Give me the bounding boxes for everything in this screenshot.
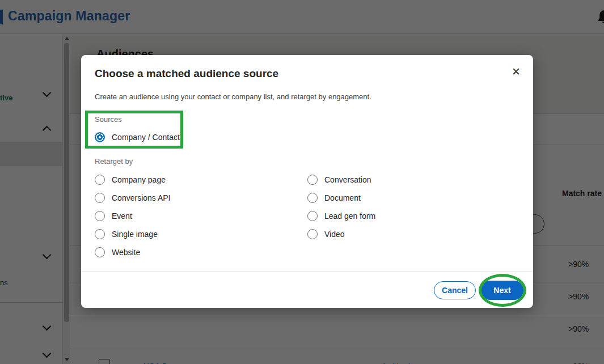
radio-option-video[interactable]: Video (307, 229, 345, 239)
radio-label: Video (324, 230, 345, 239)
radio-label: Lead gen form (324, 211, 375, 221)
modal-description: Create an audience using your contact or… (95, 92, 371, 101)
retarget-group-label: Retarget by (95, 157, 133, 166)
radio-option-company-contact[interactable]: Company / Contact (95, 132, 180, 142)
matched-audience-source-modal: Choose a matched audience source ✕ Creat… (81, 55, 533, 308)
radio-icon[interactable] (307, 211, 318, 221)
radio-option-event[interactable]: Event (95, 211, 132, 221)
radio-option-website[interactable]: Website (95, 247, 140, 257)
radio-option-conversions-api[interactable]: Conversions API (95, 193, 171, 203)
radio-label: Company / Contact (112, 133, 180, 142)
radio-option-company-page[interactable]: Company page (95, 175, 166, 185)
next-button[interactable]: Next (481, 281, 523, 300)
radio-icon[interactable] (95, 193, 105, 203)
radio-option-conversation[interactable]: Conversation (307, 175, 371, 185)
radio-icon[interactable] (307, 229, 318, 239)
radio-label: Single image (112, 230, 158, 239)
footer-divider (81, 271, 533, 272)
radio-icon[interactable] (307, 193, 318, 203)
radio-icon[interactable] (95, 175, 105, 185)
radio-label: Event (112, 211, 132, 221)
radio-label: Conversions API (112, 193, 171, 202)
radio-label: Conversation (324, 175, 371, 184)
cancel-button[interactable]: Cancel (434, 281, 476, 299)
radio-option-lead-gen-form[interactable]: Lead gen form (307, 211, 375, 221)
sources-group-label: Sources (95, 115, 122, 124)
radio-option-single-image[interactable]: Single image (95, 229, 158, 239)
close-icon[interactable]: ✕ (512, 66, 521, 77)
modal-title: Choose a matched audience source (95, 67, 278, 80)
radio-option-document[interactable]: Document (307, 193, 361, 203)
radio-label: Website (112, 248, 140, 257)
radio-icon[interactable] (95, 211, 105, 221)
radio-icon[interactable] (95, 247, 105, 257)
radio-label: Document (324, 193, 361, 202)
app-root: Campaign Manager tive ns Audiences Match… (0, 0, 604, 364)
radio-icon[interactable] (307, 175, 318, 185)
radio-icon[interactable] (95, 229, 105, 239)
radio-selected-icon[interactable] (95, 132, 105, 142)
radio-label: Company page (112, 175, 166, 184)
